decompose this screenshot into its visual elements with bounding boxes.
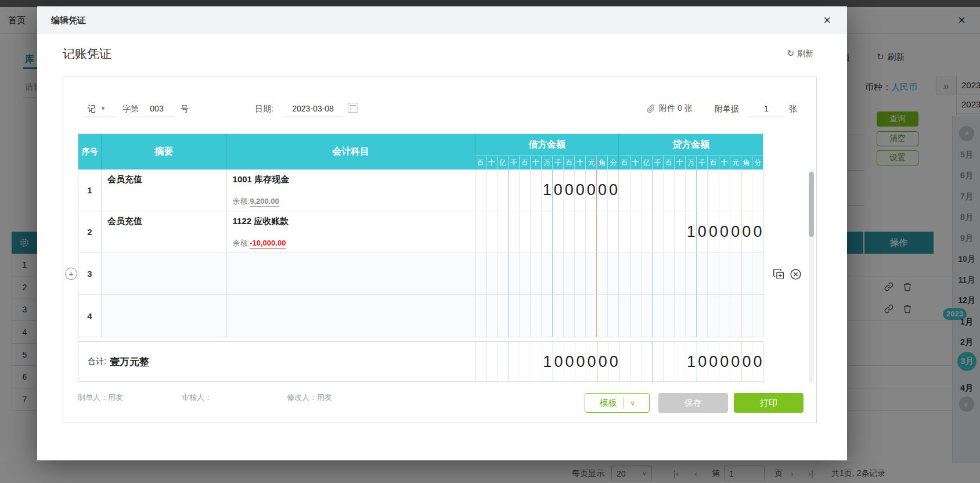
date-input[interactable]: 2023-03-08 <box>285 104 341 113</box>
account-cell[interactable]: 1001 库存现金余额:9,200.00 <box>227 170 475 211</box>
copy-row-icon[interactable] <box>773 268 785 280</box>
account-name: 1001 库存现金 <box>233 174 469 185</box>
amount-grid[interactable]: 1000000 <box>619 342 763 381</box>
digit-col-label: 万 <box>542 156 553 170</box>
digit-cell <box>719 253 730 294</box>
input-underline <box>283 117 343 117</box>
digit-cell: 0 <box>586 342 597 381</box>
doc-count-input[interactable]: 1 <box>751 104 782 113</box>
digit-cell <box>475 295 487 337</box>
digit-cell: 0 <box>708 211 719 253</box>
amount-grid[interactable] <box>619 253 763 294</box>
digit-cell <box>498 211 509 253</box>
digit-cell <box>542 295 553 337</box>
digit-cell <box>664 253 675 294</box>
digit-col-label: 百 <box>708 156 719 170</box>
chevron-down-icon: ∨ <box>630 399 635 407</box>
account-cell[interactable] <box>227 295 475 337</box>
summary-cell[interactable]: 会员充值 <box>102 211 227 253</box>
digit-cell <box>619 211 630 253</box>
digit-cell <box>586 295 597 337</box>
digit-cell <box>619 342 630 381</box>
amount-grid[interactable] <box>475 211 619 253</box>
voucher-row: 2会员充值1122 应收账款余额:-10,000.001000000 <box>78 211 763 253</box>
voucher-box: 记▼ 字第 003 号 日期: 2023-03-08 附件 0 张 附单据 1 … <box>63 77 817 423</box>
modifier-field: 修改人：用友 <box>287 392 332 403</box>
amount-grid[interactable] <box>475 295 619 337</box>
voucher-row: 4 <box>78 295 763 337</box>
template-button[interactable]: 模板 ∨ <box>585 393 650 413</box>
auditor-field: 审核人： <box>182 392 212 403</box>
credit-digit-columns: 百十亿千百十万千百十元角分 <box>619 156 763 170</box>
digit-cell <box>487 253 498 294</box>
refresh-button[interactable]: ↻刷新 <box>787 48 813 59</box>
account-cell[interactable]: 1122 应收账款余额:-10,000.00 <box>227 211 475 253</box>
add-row-button[interactable]: + <box>65 268 77 280</box>
digit-cell <box>642 170 653 211</box>
digit-cell: 1 <box>542 342 553 381</box>
digit-cell: 0 <box>564 170 575 211</box>
input-underline <box>748 117 784 117</box>
digit-cell <box>686 295 697 337</box>
amount-grid[interactable] <box>619 170 763 211</box>
digit-col-label: 分 <box>608 156 618 170</box>
digit-cell <box>752 170 763 211</box>
digit-cell <box>642 253 653 294</box>
digit-cell <box>575 211 586 253</box>
save-button[interactable]: 保存 <box>658 393 728 413</box>
credit-cell <box>619 253 763 294</box>
delete-row-icon[interactable] <box>790 268 802 280</box>
amount-grid[interactable]: 1000000 <box>475 170 619 211</box>
scrollbar-thumb[interactable] <box>809 172 814 237</box>
digit-cell <box>487 211 498 253</box>
refresh-icon: ↻ <box>787 48 794 58</box>
digit-cell <box>741 253 752 294</box>
voucher-row: 1会员充值1001 库存现金余额:9,200.001000000 <box>78 170 763 211</box>
digit-cell <box>564 295 575 337</box>
table-rows: 1会员充值1001 库存现金余额:9,200.0010000002会员充值112… <box>78 170 763 337</box>
digit-cell: 0 <box>741 211 752 253</box>
account-cell[interactable] <box>227 253 475 294</box>
digit-cell <box>664 295 675 337</box>
table-scrollbar[interactable] <box>809 169 814 384</box>
print-button[interactable]: 打印 <box>734 393 804 413</box>
debit-cell <box>475 211 619 253</box>
digit-col-label: 亿 <box>498 156 509 170</box>
digit-col-label: 百 <box>564 156 575 170</box>
digit-cell <box>630 342 642 381</box>
digit-cell <box>619 295 630 337</box>
digit-cell <box>664 170 675 211</box>
amount-grid[interactable] <box>619 295 763 337</box>
attachment-area[interactable]: 附件 0 张 <box>647 103 693 114</box>
digit-cell <box>498 253 509 294</box>
amount-grid[interactable]: 1000000 <box>475 342 619 381</box>
voucher-type-select[interactable]: 记▼ <box>88 104 106 114</box>
voucher-table: 序号 摘要 会计科目 借方金额 百十亿千百十万千百十元角分 贷方金额 百十亿千百… <box>78 134 763 337</box>
voucher-no-input[interactable]: 003 <box>141 104 172 113</box>
digit-col-label: 十 <box>531 156 542 170</box>
digit-cell <box>475 342 487 381</box>
calendar-icon[interactable] <box>348 103 358 113</box>
digit-cell <box>675 295 686 337</box>
amount-grid[interactable] <box>475 253 619 294</box>
digit-cell <box>531 342 542 381</box>
digit-cell <box>653 253 664 294</box>
summary-cell[interactable] <box>102 253 227 294</box>
digit-cell <box>509 170 520 211</box>
voucher-title: 记账凭证 <box>63 46 111 62</box>
digit-cell <box>664 211 675 253</box>
digit-cell: 0 <box>608 170 618 211</box>
digit-col-label: 角 <box>741 156 752 170</box>
digit-cell: 0 <box>564 342 575 381</box>
digit-cell <box>642 211 653 253</box>
screen: 首页 × 库 请输 1234567 频 ↻刷新 币种：人民币 查询 <box>0 0 980 483</box>
digit-cell: 1 <box>686 342 697 381</box>
col-index-header: 序号 <box>78 134 102 170</box>
summary-cell[interactable]: 会员充值 <box>102 170 227 211</box>
digit-cell <box>498 342 509 381</box>
digit-cell: 0 <box>553 342 564 381</box>
amount-grid[interactable]: 1000000 <box>619 211 763 253</box>
close-icon[interactable]: × <box>823 13 831 27</box>
table-header: 序号 摘要 会计科目 借方金额 百十亿千百十万千百十元角分 贷方金额 百十亿千百… <box>78 134 763 170</box>
summary-cell[interactable] <box>102 295 227 337</box>
